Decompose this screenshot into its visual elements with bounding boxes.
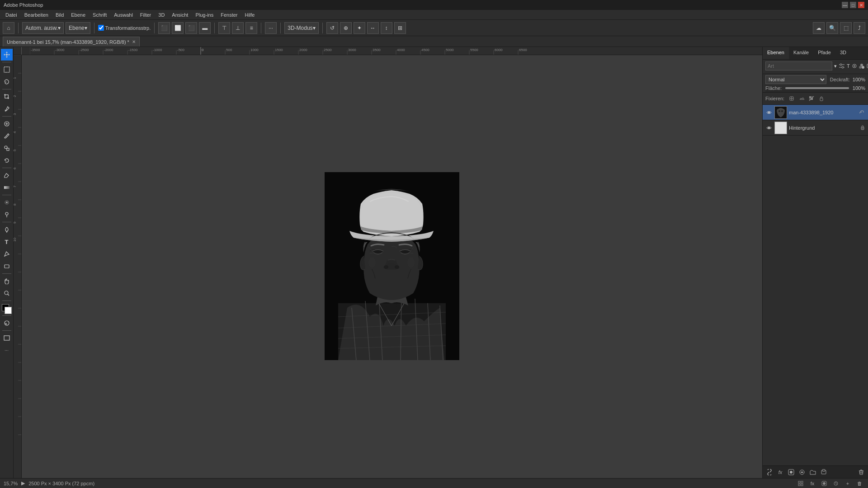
tab-pfade[interactable]: Pfade	[813, 47, 835, 59]
add-layer-status-btn[interactable]: +	[843, 479, 853, 488]
tab-kanaele[interactable]: Kanäle	[789, 47, 813, 59]
menu-bild[interactable]: Bild	[52, 11, 67, 19]
mask-btn[interactable]	[819, 479, 829, 488]
menu-hilfe[interactable]: Hilfe	[241, 11, 258, 19]
menu-schrift[interactable]: Schrift	[89, 11, 110, 19]
ebene-dropdown-btn[interactable]: Ebene ▾	[66, 22, 90, 34]
fix-image-btn[interactable]	[797, 94, 806, 103]
new-layer-btn[interactable]	[819, 467, 829, 477]
zoom-plus-btn[interactable]: ⊕	[340, 22, 352, 34]
layer-search-input[interactable]	[765, 61, 832, 70]
share-btn[interactable]: ⤴	[854, 22, 865, 34]
brush-dropdown-btn[interactable]: Autom. ausw. ▾	[22, 22, 64, 34]
add-mask-btn[interactable]	[786, 467, 796, 477]
history-tool-btn[interactable]	[1, 155, 13, 166]
title-bar-controls[interactable]: — □ ✕	[842, 2, 864, 8]
close-button[interactable]: ✕	[858, 2, 864, 8]
layer-1-link[interactable]	[858, 109, 865, 116]
workspace-btn[interactable]: ⬚	[840, 22, 852, 34]
pen-tool-btn[interactable]	[1, 224, 13, 235]
fill-value[interactable]: 100%	[853, 85, 865, 91]
screen-mode-btn[interactable]	[1, 332, 13, 344]
quick-mask-btn[interactable]	[1, 317, 13, 329]
filter-kind-icon[interactable]: ▾	[834, 61, 837, 70]
3d-orbit-btn[interactable]: ✦	[354, 22, 365, 34]
align-right-btn[interactable]: ⬛	[185, 22, 197, 34]
fill-slider[interactable]	[785, 87, 849, 89]
delete-status-btn[interactable]: 🗑	[854, 479, 864, 488]
cloud-btn[interactable]: ☁	[813, 22, 825, 34]
menu-fenster[interactable]: Fenster	[217, 11, 241, 19]
align-mid-btn[interactable]: ⊥	[232, 22, 244, 34]
smart-filter-btn[interactable]	[866, 61, 868, 70]
color-selector[interactable]	[2, 304, 12, 314]
3d-extra-btn[interactable]: ⊞	[394, 22, 406, 34]
eraser-tool-btn[interactable]	[1, 169, 13, 181]
delete-layer-btn[interactable]	[856, 467, 866, 477]
background-color[interactable]	[5, 307, 12, 314]
shape-tool-btn[interactable]	[1, 260, 13, 272]
document-tab[interactable]: Unbenannt-1 bei 15,7% (man-4333898_1920,…	[3, 37, 140, 47]
more-btn[interactable]: ···	[265, 22, 277, 34]
add-adjustment-btn[interactable]	[797, 467, 807, 477]
menu-ansicht[interactable]: Ansicht	[168, 11, 192, 19]
tab-close-btn[interactable]: ✕	[132, 39, 136, 44]
menu-filter[interactable]: Filter	[137, 11, 155, 19]
text-filter-btn[interactable]: T	[847, 61, 850, 70]
fix-position-btn[interactable]	[787, 94, 796, 103]
brush-tool-btn[interactable]	[1, 130, 13, 142]
align-top-btn[interactable]: ⊤	[218, 22, 230, 34]
new-layer-adj-btn[interactable]	[839, 61, 845, 70]
opacity-value[interactable]: 100%	[853, 77, 865, 82]
gradient-tool-btn[interactable]	[1, 182, 13, 193]
text-tool-btn[interactable]: T	[1, 236, 13, 248]
layer-item-hintergrund[interactable]: Hintergrund	[763, 120, 868, 136]
crop-tool-btn[interactable]	[1, 91, 13, 103]
transform-strip-label[interactable]: Transformationsstrp.	[98, 25, 151, 31]
hand-tool-btn[interactable]	[1, 275, 13, 287]
tab-ebenen[interactable]: Ebenen	[763, 47, 789, 59]
effect-filter-btn[interactable]	[852, 61, 857, 70]
3d-mode-btn[interactable]: 3D-Modus ▾	[284, 22, 318, 34]
action-btn[interactable]: fx	[807, 479, 817, 488]
search-btn[interactable]: 🔍	[826, 22, 838, 34]
lasso-tool-btn[interactable]	[1, 76, 13, 88]
history-status-btn[interactable]	[831, 479, 841, 488]
menu-bearbeiten[interactable]: Bearbeiten	[21, 11, 52, 19]
align-center-btn[interactable]: ⬜	[172, 22, 184, 34]
path-select-tool-btn[interactable]	[1, 248, 13, 260]
pan-h-btn[interactable]: ↔	[367, 22, 379, 34]
maximize-button[interactable]: □	[850, 2, 856, 8]
layer-2-visibility[interactable]	[765, 124, 773, 131]
tab-3d[interactable]: 3D	[835, 47, 851, 59]
dodge-tool-btn[interactable]	[1, 209, 13, 221]
zoom-tool-btn[interactable]	[1, 287, 13, 299]
transform-strip-checkbox[interactable]	[98, 25, 104, 31]
add-group-btn[interactable]	[808, 467, 818, 477]
add-style-btn[interactable]: fx	[775, 467, 785, 477]
layer-item-man[interactable]: man-4333898_1920	[763, 105, 868, 120]
minimize-button[interactable]: —	[842, 2, 848, 8]
rotate-btn[interactable]: ↺	[326, 22, 338, 34]
home-button[interactable]: ⌂	[3, 22, 14, 34]
menu-datei[interactable]: Datei	[2, 11, 21, 19]
menu-3d[interactable]: 3D	[155, 11, 168, 19]
layer-1-visibility[interactable]	[765, 109, 773, 116]
menu-auswahl[interactable]: Auswahl	[110, 11, 137, 19]
align-left-btn[interactable]: ⬛	[158, 22, 170, 34]
clone-tool-btn[interactable]	[1, 142, 13, 154]
arrangement-btn[interactable]	[796, 479, 806, 488]
menu-plugins[interactable]: Plug-ins	[192, 11, 217, 19]
distribute-btn[interactable]: ▬	[199, 22, 211, 34]
fix-transparency-btn[interactable]	[807, 94, 816, 103]
color-filter-btn[interactable]	[859, 61, 864, 70]
extra-tools-btn[interactable]: ···	[1, 344, 13, 356]
fix-all-btn[interactable]	[817, 94, 826, 103]
eyedropper-tool-btn[interactable]	[1, 103, 13, 115]
link-layers-btn[interactable]	[764, 467, 774, 477]
align-bot-btn[interactable]: ≡	[245, 22, 257, 34]
blend-mode-select[interactable]: Normal	[765, 75, 826, 84]
pan-v-btn[interactable]: ↕	[381, 22, 392, 34]
canvas-scroll[interactable]	[22, 55, 762, 478]
heal-tool-btn[interactable]	[1, 118, 13, 130]
